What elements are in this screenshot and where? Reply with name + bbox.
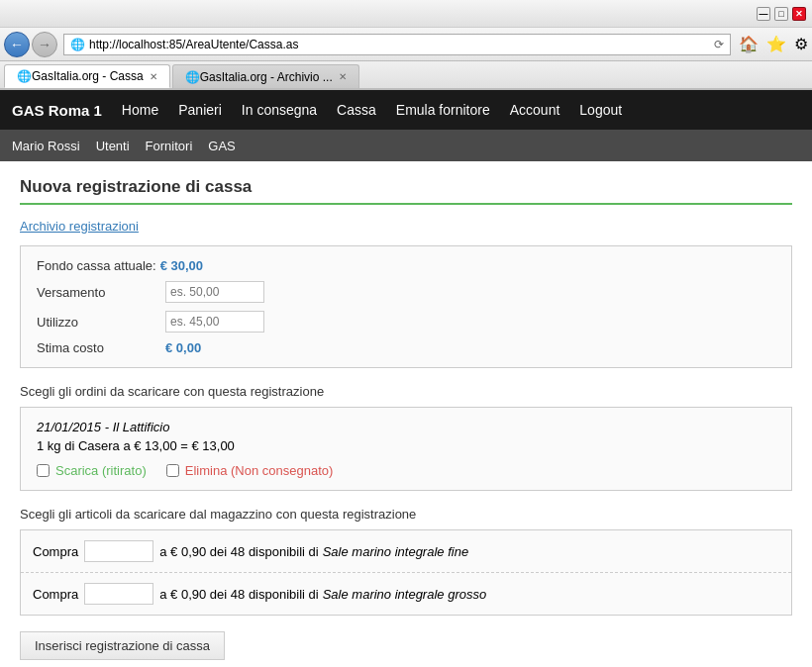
fondo-value: € 30,00 xyxy=(160,258,203,273)
scarica-checkbox[interactable] xyxy=(37,464,50,477)
orders-section-title: Scegli gli ordini da scaricare con quest… xyxy=(20,384,792,399)
compra-label-1: Compra xyxy=(33,587,78,602)
sub-nav-gas[interactable]: GAS xyxy=(208,139,235,153)
warehouse-row-0: Compra a € 0,90 dei 48 disponibili di Sa… xyxy=(21,530,791,573)
versamento-label: Versamento xyxy=(37,285,165,300)
order-box: 21/01/2015 - Il Lattificio 1 kg di Caser… xyxy=(20,407,792,491)
fondo-cassa-row: Fondo cassa attuale: € 30,00 xyxy=(37,258,775,273)
tab-favicon-2: 🌐 xyxy=(185,70,200,84)
nav-brand[interactable]: GAS Roma 1 xyxy=(12,102,102,119)
elimina-checkbox-label[interactable]: Elimina (Non consegnato) xyxy=(166,463,334,478)
sub-nav: Mario Rossi Utenti Fornitori GAS xyxy=(0,130,812,161)
archive-link[interactable]: Archivio registrazioni xyxy=(20,219,792,234)
utilizzo-row: Utilizzo xyxy=(37,311,775,333)
minimize-button[interactable]: — xyxy=(757,7,770,21)
fondo-label: Fondo cassa attuale: xyxy=(37,258,156,273)
product-name-1: Sale marino integrale grosso xyxy=(323,587,486,602)
page-favicon: 🌐 xyxy=(70,38,85,51)
settings-icon[interactable]: ⚙ xyxy=(794,35,808,53)
elimina-label: Elimina (Non consegnato) xyxy=(185,463,334,478)
tab-close-button[interactable]: ✕ xyxy=(150,71,157,82)
maximize-button[interactable]: □ xyxy=(774,7,788,21)
versamento-row: Versamento xyxy=(37,281,775,303)
stima-value: € 0,00 xyxy=(165,340,201,355)
order-desc: 1 kg di Casera a € 13,00 = € 13,00 xyxy=(37,438,775,453)
submit-button[interactable]: Inserisci registrazione di cassa xyxy=(20,631,225,660)
tab-cassa[interactable]: 🌐 GasItalia.org - Cassa ✕ xyxy=(4,64,170,88)
address-input[interactable] xyxy=(89,38,714,51)
title-bar: — □ ✕ xyxy=(0,0,812,28)
warehouse-row-1: Compra a € 0,90 dei 48 disponibili di Sa… xyxy=(21,573,791,615)
sub-nav-fornitori[interactable]: Fornitori xyxy=(146,139,193,153)
home-icon[interactable]: 🏠 xyxy=(739,35,759,53)
price-text-0: a € 0,90 dei 48 disponibili di xyxy=(159,544,318,559)
address-bar: 🌐 ⟳ xyxy=(63,34,731,55)
order-date: 21/01/2015 - Il Lattificio xyxy=(37,420,775,434)
nav-panieri[interactable]: Panieri xyxy=(178,102,222,118)
close-button[interactable]: ✕ xyxy=(792,7,806,21)
tab-archivio[interactable]: 🌐 GasItalia.org - Archivio ... ✕ xyxy=(172,64,359,88)
forward-button[interactable]: → xyxy=(32,32,57,57)
utilizzo-input[interactable] xyxy=(165,311,264,333)
back-button[interactable]: ← xyxy=(4,32,30,57)
nav-emula-fornitore[interactable]: Emula fornitore xyxy=(396,102,490,118)
nav-in-consegna[interactable]: In consegna xyxy=(242,102,317,118)
tab-close-button-2[interactable]: ✕ xyxy=(339,71,347,82)
scarica-checkbox-label[interactable]: Scarica (ritirato) xyxy=(37,463,147,478)
app-nav: GAS Roma 1 Home Panieri In consegna Cass… xyxy=(0,90,812,130)
warehouse-box: Compra a € 0,90 dei 48 disponibili di Sa… xyxy=(20,529,792,616)
sub-nav-utenti[interactable]: Utenti xyxy=(96,139,130,153)
main-content: Nuova registrazione di cassa Archivio re… xyxy=(0,161,812,667)
versamento-input[interactable] xyxy=(165,281,264,303)
compra-label-0: Compra xyxy=(33,544,78,559)
stima-label: Stima costo xyxy=(37,340,165,355)
nav-logout[interactable]: Logout xyxy=(579,102,622,118)
refresh-icon[interactable]: ⟳ xyxy=(714,38,724,51)
tab-label: GasItalia.org - Cassa xyxy=(32,69,144,83)
nav-home[interactable]: Home xyxy=(122,102,158,118)
tab-favicon: 🌐 xyxy=(17,69,32,83)
product-name-0: Sale marino integrale fine xyxy=(323,544,468,559)
nav-account[interactable]: Account xyxy=(510,102,560,118)
scarica-label: Scarica (ritirato) xyxy=(55,463,147,478)
cash-form-box: Fondo cassa attuale: € 30,00 Versamento … xyxy=(20,245,792,368)
tabs-bar: 🌐 GasItalia.org - Cassa ✕ 🌐 GasItalia.or… xyxy=(0,61,812,89)
stima-row: Stima costo € 0,00 xyxy=(37,340,775,355)
order-actions: Scarica (ritirato) Elimina (Non consegna… xyxy=(37,463,775,478)
warehouse-section-title: Scegli gli articoli da scaricare dal mag… xyxy=(20,507,792,522)
utilizzo-label: Utilizzo xyxy=(37,315,165,330)
compra-input-0[interactable] xyxy=(84,540,153,562)
page-title: Nuova registrazione di cassa xyxy=(20,177,792,205)
compra-input-1[interactable] xyxy=(84,583,153,605)
current-user: Mario Rossi xyxy=(12,139,80,153)
price-text-1: a € 0,90 dei 48 disponibili di xyxy=(159,587,318,602)
browser-nav-bar: ← → 🌐 ⟳ 🏠 ⭐ ⚙ xyxy=(0,28,812,61)
browser-toolbar-icons: 🏠 ⭐ ⚙ xyxy=(739,35,808,53)
bookmarks-icon[interactable]: ⭐ xyxy=(766,35,786,53)
elimina-checkbox[interactable] xyxy=(166,464,179,477)
tab-label-2: GasItalia.org - Archivio ... xyxy=(200,70,333,84)
nav-cassa[interactable]: Cassa xyxy=(337,102,376,118)
browser-chrome: — □ ✕ ← → 🌐 ⟳ 🏠 ⭐ ⚙ 🌐 GasItalia.org - Ca… xyxy=(0,0,812,90)
